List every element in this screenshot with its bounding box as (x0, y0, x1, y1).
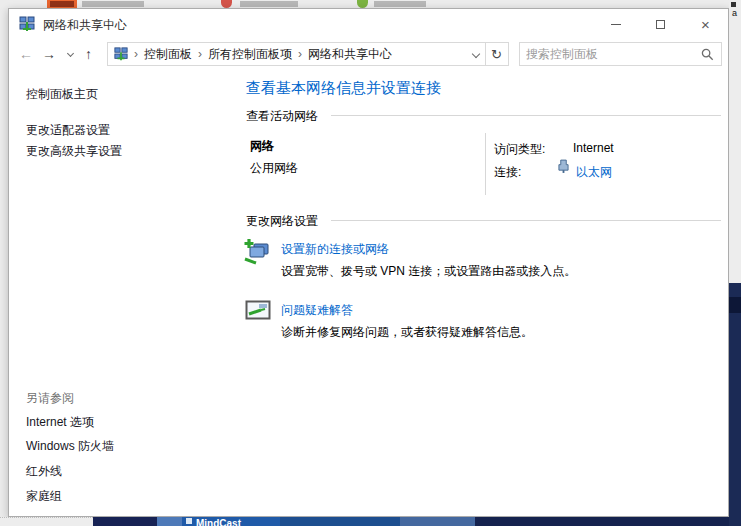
vertical-divider (485, 133, 486, 195)
page-title: 查看基本网络信息并设置连接 (246, 79, 441, 98)
background-edge-text: a (732, 9, 737, 18)
task-troubleshoot-description: 诊断并修复网络问题，或者获得疑难解答信息。 (281, 324, 533, 341)
ethernet-icon[interactable] (558, 159, 569, 174)
background-window-text: MindCast (196, 518, 241, 526)
up-button[interactable]: ↑ (85, 45, 92, 63)
network-profile: 公用网络 (250, 160, 298, 177)
background-fragment (731, 2, 736, 7)
background-segment (475, 517, 741, 526)
breadcrumb-separator[interactable]: › (134, 47, 138, 61)
breadcrumb-separator[interactable]: › (298, 47, 302, 61)
background-segment (0, 517, 93, 526)
cropped-text-fragment (82, 1, 144, 7)
task-new-connection-description: 设置宽带、拨号或 VPN 连接；或设置路由器或接入点。 (281, 263, 576, 280)
ethernet-link[interactable]: 以太网 (576, 164, 612, 181)
background-segment (280, 517, 400, 526)
cropped-text-fragment (374, 1, 426, 7)
sidebar-item-control-panel-home[interactable]: 控制面板主页 (26, 86, 98, 103)
sidebar-item-homegroup[interactable]: 家庭组 (26, 488, 62, 505)
window-title: 网络和共享中心 (43, 17, 127, 34)
section-header-active-networks: 查看活动网络 (246, 108, 318, 125)
network-sharing-center-icon (19, 16, 35, 32)
minimize-icon (611, 24, 621, 25)
maximize-icon (656, 20, 665, 29)
network-sharing-center-icon (114, 47, 128, 61)
sidebar-item-internet-options[interactable]: Internet 选项 (26, 414, 94, 431)
search-box (519, 42, 722, 66)
minimize-button[interactable] (593, 9, 638, 39)
maximize-button[interactable] (638, 9, 683, 39)
section-divider (331, 220, 721, 221)
background-segment (729, 297, 741, 313)
access-type-label: 访问类型: (494, 141, 545, 158)
access-type-value: Internet (573, 141, 614, 155)
close-button[interactable]: × (683, 9, 728, 39)
address-dropdown-icon[interactable] (472, 50, 480, 58)
breadcrumb-network-sharing-center[interactable]: 网络和共享中心 (308, 46, 392, 63)
background-window-title: MindCast (182, 517, 280, 526)
breadcrumb-control-panel[interactable]: 控制面板 (144, 46, 192, 63)
titlebar[interactable]: 网络和共享中心 × (9, 9, 728, 39)
troubleshoot-icon[interactable] (245, 299, 271, 327)
forward-button[interactable]: → (42, 45, 56, 63)
breadcrumb-separator[interactable]: › (198, 47, 202, 61)
section-header-network-settings: 更改网络设置 (246, 213, 318, 230)
background-window-right[interactable]: a (729, 0, 741, 526)
network-sharing-center-window: 网络和共享中心 × ← → ↑ (8, 8, 729, 517)
background-segment (157, 517, 182, 526)
breadcrumb-all-items[interactable]: 所有控制面板项 (208, 46, 292, 63)
close-icon: × (701, 17, 710, 32)
background-segment (729, 283, 741, 526)
task-troubleshoot-link[interactable]: 问题疑难解答 (281, 302, 353, 319)
green-dot-icon (357, 0, 368, 8)
back-button[interactable]: ← (19, 45, 33, 63)
address-bar[interactable]: › 控制面板 › 所有控制面板项 › 网络和共享中心 (107, 42, 486, 66)
connections-label: 连接: (494, 164, 521, 181)
task-new-connection-link[interactable]: 设置新的连接或网络 (281, 241, 389, 258)
cropped-text-fragment (50, 1, 74, 7)
network-name: 网络 (250, 138, 274, 155)
sidebar-item-windows-firewall[interactable]: Windows 防火墙 (26, 438, 114, 455)
new-connection-icon[interactable] (243, 237, 271, 269)
background-segment (400, 517, 475, 526)
refresh-button[interactable]: ↻ (485, 42, 509, 66)
window-controls: × (593, 9, 728, 39)
background-window-bottom[interactable]: MindCast (0, 517, 741, 526)
sidebar-item-advanced-sharing-settings[interactable]: 更改高级共享设置 (26, 143, 122, 160)
background-logo-icon (186, 518, 192, 524)
sidebar-item-infrared[interactable]: 红外线 (26, 463, 62, 480)
navigation-toolbar: ← → ↑ › 控制面板 › 所有控制面板项 › (9, 39, 728, 69)
section-divider (331, 115, 721, 116)
search-input[interactable] (520, 47, 701, 61)
red-dot-icon (221, 0, 232, 8)
search-icon[interactable] (701, 48, 714, 61)
desktop-background: 网络和共享中心 × ← → ↑ (0, 0, 741, 526)
cropped-text-fragment (240, 1, 298, 7)
recent-pages-dropdown-icon[interactable] (67, 50, 74, 57)
see-also-header: 另请参阅 (26, 390, 74, 407)
background-segment (93, 517, 157, 526)
background-window-top[interactable] (0, 0, 741, 8)
sidebar-item-change-adapter-settings[interactable]: 更改适配器设置 (26, 122, 110, 139)
